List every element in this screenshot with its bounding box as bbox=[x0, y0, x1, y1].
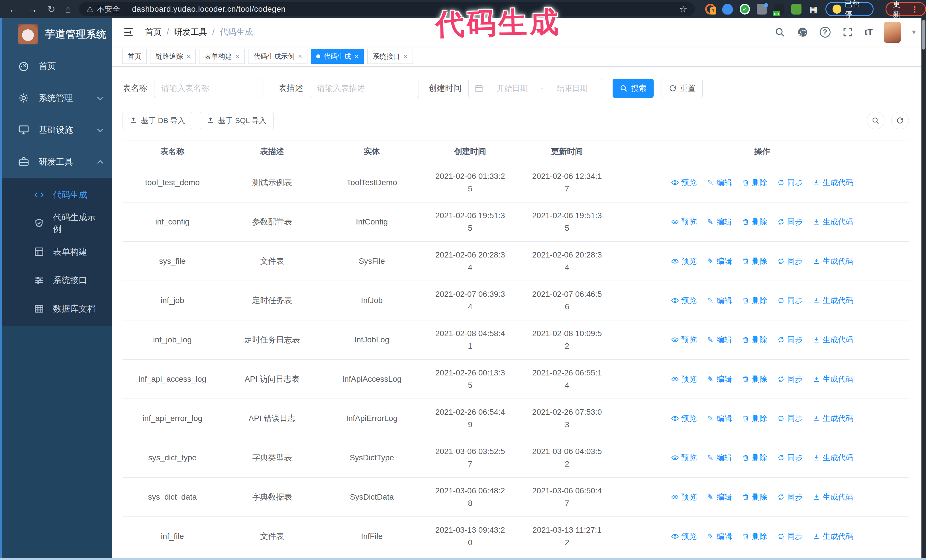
sync-link[interactable]: 同步 bbox=[777, 216, 803, 228]
toggle-search-button[interactable] bbox=[867, 112, 884, 129]
delete-link[interactable]: 删除 bbox=[741, 255, 767, 267]
generate-code-link[interactable]: 生成代码 bbox=[812, 255, 853, 267]
table-desc-input[interactable] bbox=[310, 78, 419, 98]
address-bar[interactable]: ⚠ 不安全 dashboard.yudao.iocoder.cn/tool/co… bbox=[79, 2, 694, 16]
generate-code-link[interactable]: 生成代码 bbox=[812, 530, 853, 543]
sidebar-collapse-icon[interactable] bbox=[122, 26, 135, 38]
font-size-icon[interactable]: tT bbox=[865, 27, 873, 37]
edit-link[interactable]: ✎ 编辑 bbox=[706, 294, 732, 307]
edit-link[interactable]: ✎ 编辑 bbox=[706, 373, 732, 385]
delete-link[interactable]: 删除 bbox=[741, 412, 767, 425]
generate-code-link[interactable]: 生成代码 bbox=[812, 451, 853, 464]
preview-link[interactable]: 预览 bbox=[671, 334, 697, 346]
sync-link[interactable]: 同步 bbox=[777, 176, 803, 189]
delete-link[interactable]: 删除 bbox=[741, 294, 767, 307]
generate-code-link[interactable]: 生成代码 bbox=[812, 294, 853, 307]
edit-link[interactable]: ✎ 编辑 bbox=[706, 451, 732, 464]
sync-link[interactable]: 同步 bbox=[777, 294, 803, 307]
extension-person-icon[interactable] bbox=[791, 4, 802, 15]
edit-link[interactable]: ✎ 编辑 bbox=[706, 530, 732, 543]
fullscreen-icon[interactable] bbox=[842, 27, 853, 38]
start-date-placeholder[interactable]: 开始日期 bbox=[488, 83, 537, 94]
sidebar-item-system-api[interactable]: 系统接口 bbox=[0, 266, 112, 294]
sync-link[interactable]: 同步 bbox=[777, 451, 803, 464]
extension-grey-icon[interactable] bbox=[757, 4, 767, 15]
sync-link[interactable]: 同步 bbox=[777, 412, 803, 425]
help-icon[interactable]: ? bbox=[820, 27, 831, 38]
forward-icon[interactable]: → bbox=[28, 4, 38, 14]
preview-link[interactable]: 预览 bbox=[671, 176, 697, 189]
edit-link[interactable]: ✎ 编辑 bbox=[706, 412, 732, 425]
close-icon[interactable]: × bbox=[298, 53, 302, 60]
breadcrumb-dev-tools[interactable]: 研发工具 bbox=[174, 27, 207, 38]
delete-link[interactable]: 删除 bbox=[741, 373, 767, 385]
refresh-table-button[interactable] bbox=[891, 112, 909, 129]
sidebar-item-codegen[interactable]: 代码生成 bbox=[0, 181, 112, 209]
close-icon[interactable]: × bbox=[404, 53, 407, 60]
reload-icon[interactable]: ↻ bbox=[47, 4, 56, 14]
tag-home[interactable]: 首页 bbox=[122, 49, 147, 64]
extension-dark-icon[interactable]: on bbox=[774, 4, 784, 15]
generate-code-link[interactable]: 生成代码 bbox=[812, 373, 853, 385]
extension-check-icon[interactable]: ✓ bbox=[740, 4, 750, 15]
browser-scrollbar[interactable] bbox=[921, 18, 926, 560]
tag-codegen[interactable]: 代码生成× bbox=[311, 49, 364, 64]
sidebar-item-form-builder[interactable]: 表单构建 bbox=[0, 237, 112, 266]
sidebar-item-dev-tools[interactable]: 研发工具 bbox=[0, 146, 112, 178]
sidebar-item-infrastructure[interactable]: 基础设施 bbox=[0, 114, 112, 146]
preview-link[interactable]: 预览 bbox=[671, 294, 697, 307]
user-avatar[interactable] bbox=[884, 22, 901, 43]
search-icon[interactable] bbox=[774, 27, 785, 38]
end-date-placeholder[interactable]: 结束日期 bbox=[548, 83, 597, 94]
security-label[interactable]: 不安全 bbox=[97, 4, 120, 14]
close-icon[interactable]: × bbox=[235, 53, 239, 60]
reset-button[interactable]: 重置 bbox=[661, 78, 703, 98]
search-button[interactable]: 搜索 bbox=[613, 78, 654, 98]
back-icon[interactable]: ← bbox=[9, 4, 18, 14]
preview-link[interactable]: 预览 bbox=[671, 412, 697, 425]
avatar-caret-icon[interactable]: ▾ bbox=[912, 28, 916, 36]
preview-link[interactable]: 预览 bbox=[671, 451, 697, 464]
sidebar-item-codegen-example[interactable]: 代码生成示例 bbox=[0, 209, 112, 237]
github-icon[interactable] bbox=[797, 27, 808, 38]
sync-link[interactable]: 同步 bbox=[777, 530, 803, 543]
generate-code-link[interactable]: 生成代码 bbox=[812, 334, 853, 346]
edit-link[interactable]: ✎ 编辑 bbox=[706, 491, 732, 503]
delete-link[interactable]: 删除 bbox=[741, 451, 767, 464]
delete-link[interactable]: 删除 bbox=[741, 216, 767, 228]
delete-link[interactable]: 删除 bbox=[741, 530, 767, 543]
app-logo[interactable]: 芋道管理系统 bbox=[0, 18, 112, 50]
tag-form-builder[interactable]: 表单构建× bbox=[199, 49, 245, 64]
extension-bulb-icon[interactable] bbox=[722, 4, 732, 15]
generate-code-link[interactable]: 生成代码 bbox=[812, 176, 853, 189]
sync-link[interactable]: 同步 bbox=[777, 334, 803, 346]
tag-system-api[interactable]: 系统接口× bbox=[367, 49, 413, 64]
delete-link[interactable]: 删除 bbox=[741, 334, 767, 346]
generate-code-link[interactable]: 生成代码 bbox=[812, 491, 853, 503]
preview-link[interactable]: 预览 bbox=[671, 216, 697, 228]
date-range-picker[interactable]: 开始日期 - 结束日期 bbox=[468, 78, 602, 98]
browser-update-button[interactable]: 更新 ⋮ bbox=[885, 2, 926, 16]
tag-codegen-example[interactable]: 代码生成示例× bbox=[248, 49, 307, 64]
menu-dots-icon[interactable]: ⋮ bbox=[910, 4, 919, 14]
generate-code-link[interactable]: 生成代码 bbox=[812, 216, 853, 228]
sidebar-item-db-doc[interactable]: 数据库文档 bbox=[0, 294, 112, 323]
import-sql-button[interactable]: 基于 SQL 导入 bbox=[200, 112, 274, 129]
table-name-input[interactable] bbox=[154, 78, 262, 98]
extension-ring-icon[interactable]: 1 bbox=[705, 4, 716, 15]
generate-code-link[interactable]: 生成代码 bbox=[812, 412, 853, 425]
sync-link[interactable]: 同步 bbox=[777, 255, 803, 267]
sidebar-item-system[interactable]: 系统管理 bbox=[0, 82, 112, 114]
extensions-puzzle-icon[interactable]: ▦ bbox=[808, 4, 819, 15]
tag-tracing[interactable]: 链路追踪× bbox=[150, 49, 196, 64]
preview-link[interactable]: 预览 bbox=[671, 530, 697, 543]
bookmark-star-icon[interactable]: ☆ bbox=[679, 4, 687, 15]
close-icon[interactable]: × bbox=[186, 53, 190, 60]
preview-link[interactable]: 预览 bbox=[671, 373, 697, 385]
preview-link[interactable]: 预览 bbox=[671, 255, 697, 267]
edit-link[interactable]: ✎ 编辑 bbox=[706, 176, 732, 189]
edit-link[interactable]: ✎ 编辑 bbox=[706, 255, 732, 267]
sync-link[interactable]: 同步 bbox=[777, 491, 803, 503]
sync-link[interactable]: 同步 bbox=[777, 373, 803, 385]
delete-link[interactable]: 删除 bbox=[741, 176, 767, 189]
